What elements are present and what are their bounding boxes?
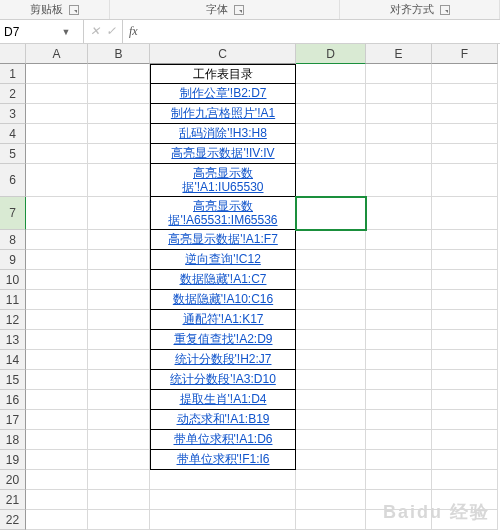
cell[interactable] [432,144,498,164]
cell[interactable] [296,370,366,390]
row-header[interactable]: 21 [0,490,26,510]
row-header[interactable]: 5 [0,144,26,164]
name-box[interactable]: ▼ [0,20,84,43]
cell[interactable] [26,490,88,510]
cell[interactable] [366,350,432,370]
cell[interactable] [366,64,432,84]
fx-icon[interactable]: fx [123,20,144,43]
cell[interactable] [366,490,432,510]
cell[interactable] [26,330,88,350]
cell[interactable] [150,490,296,510]
row-header[interactable]: 4 [0,124,26,144]
col-header-F[interactable]: F [432,44,498,64]
dialog-launcher-icon[interactable] [69,5,79,15]
cancel-formula-button[interactable]: ✕ [90,24,100,39]
select-all-corner[interactable] [0,44,26,64]
cell[interactable] [366,124,432,144]
row-header[interactable]: 9 [0,250,26,270]
hyperlink[interactable]: 统计分数段'!H2:J7 [175,352,272,366]
cell[interactable] [26,370,88,390]
hyperlink[interactable]: 高亮显示数据'!IV:IV [171,146,274,160]
cell[interactable] [26,350,88,370]
cell[interactable] [296,470,366,490]
cell[interactable] [366,310,432,330]
cell[interactable] [88,370,150,390]
hyperlink[interactable]: 带单位求积'!A1:D6 [174,432,273,446]
cell[interactable]: 带单位求积'!A1:D6 [150,430,296,450]
cell[interactable] [296,64,366,84]
cell[interactable] [88,270,150,290]
cell[interactable] [366,510,432,530]
cell[interactable]: 提取生肖'!A1:D4 [150,390,296,410]
row-header[interactable]: 12 [0,310,26,330]
cell[interactable] [150,470,296,490]
cell[interactable]: 制作九宫格照片'!A1 [150,104,296,124]
cell[interactable]: 逆向查询'!C12 [150,250,296,270]
cell[interactable] [296,164,366,197]
cell[interactable] [88,490,150,510]
cell[interactable] [88,144,150,164]
formula-bar-input[interactable] [144,20,500,43]
cell[interactable] [432,290,498,310]
cell[interactable] [88,410,150,430]
cell[interactable]: 乱码消除'!H3:H8 [150,124,296,144]
cell[interactable] [26,410,88,430]
cell[interactable] [432,410,498,430]
cell[interactable] [296,144,366,164]
row-header[interactable]: 20 [0,470,26,490]
hyperlink[interactable]: 制作九宫格照片'!A1 [171,106,275,120]
cell[interactable] [296,310,366,330]
cell[interactable]: 工作表目录 [150,64,296,84]
cell[interactable] [296,330,366,350]
cell[interactable]: 重复值查找'!A2:D9 [150,330,296,350]
cell[interactable] [366,370,432,390]
hyperlink[interactable]: 通配符'!A1:K17 [183,312,264,326]
hyperlink[interactable]: 数据隐藏'!A10:C16 [173,292,273,306]
cell[interactable] [432,350,498,370]
row-header[interactable]: 8 [0,230,26,250]
cell[interactable] [366,330,432,350]
col-header-B[interactable]: B [88,44,150,64]
cell[interactable] [88,390,150,410]
hyperlink[interactable]: 制作公章'!B2:D7 [180,86,267,100]
cell[interactable]: 统计分数段'!A3:D10 [150,370,296,390]
cell[interactable] [432,250,498,270]
col-header-D[interactable]: D [296,44,366,64]
row-header[interactable]: 6 [0,164,26,197]
cell[interactable] [296,104,366,124]
cell[interactable] [366,290,432,310]
chevron-down-icon[interactable]: ▼ [60,27,72,37]
cell[interactable] [26,164,88,197]
cell[interactable] [26,84,88,104]
cell[interactable] [88,470,150,490]
row-header[interactable]: 14 [0,350,26,370]
cell[interactable]: 高亮显示数据'!A65531:IM65536 [150,197,296,230]
cell[interactable] [366,270,432,290]
dialog-launcher-icon[interactable] [440,5,450,15]
cell[interactable] [432,124,498,144]
dialog-launcher-icon[interactable] [234,5,244,15]
cell[interactable] [296,290,366,310]
cell[interactable] [432,164,498,197]
cell[interactable] [296,490,366,510]
row-header[interactable]: 10 [0,270,26,290]
cell[interactable] [296,350,366,370]
cell[interactable] [88,124,150,144]
cell[interactable] [26,290,88,310]
cell[interactable] [432,490,498,510]
cell[interactable] [366,84,432,104]
cell[interactable] [366,230,432,250]
cell[interactable] [26,104,88,124]
cell[interactable] [432,64,498,84]
cell[interactable] [26,470,88,490]
cell[interactable] [366,104,432,124]
cell[interactable] [432,270,498,290]
cell[interactable] [26,197,88,230]
name-box-input[interactable] [4,25,60,39]
cell[interactable] [296,510,366,530]
cell[interactable] [296,390,366,410]
col-header-A[interactable]: A [26,44,88,64]
row-header[interactable]: 11 [0,290,26,310]
cell[interactable] [366,144,432,164]
col-header-C[interactable]: C [150,44,296,64]
